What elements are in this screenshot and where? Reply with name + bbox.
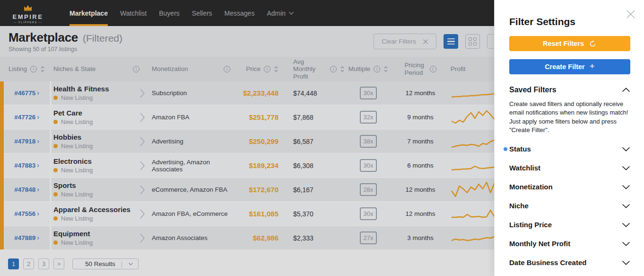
filter-item-watchlist[interactable]: Watchlist xyxy=(509,159,630,178)
saved-filters-section-header[interactable]: Saved Filters xyxy=(509,86,630,94)
filter-item-monthly-net-profit[interactable]: Monthly Net Profit xyxy=(509,234,630,253)
panel-title: Filter Settings xyxy=(509,16,630,27)
active-filter-dot-icon xyxy=(504,147,507,151)
plus-icon: + xyxy=(590,61,595,71)
filter-item-niche[interactable]: Niche xyxy=(509,196,630,215)
app-window: EMPIRE — FLIPPERS — Marketplace Watchlis… xyxy=(0,0,644,276)
chevron-down-icon xyxy=(622,185,630,189)
chevron-down-icon xyxy=(622,166,630,170)
create-filter-button[interactable]: Create Filter + xyxy=(509,59,630,74)
close-icon[interactable] xyxy=(626,9,636,19)
chevron-down-icon xyxy=(622,204,630,208)
chevron-down-icon xyxy=(622,147,630,151)
filter-settings-panel: Filter Settings Reset Filters Create Fil… xyxy=(494,0,644,276)
filter-item-date-business-created[interactable]: Date Business Created xyxy=(509,253,630,272)
reset-filters-button[interactable]: Reset Filters xyxy=(509,36,630,51)
chevron-down-icon xyxy=(622,260,630,265)
filter-accordion: Status Watchlist Monetization Niche List… xyxy=(509,140,630,272)
filter-item-listing-price[interactable]: Listing Price xyxy=(509,215,630,234)
saved-filters-description: Create saved filters and optionally rece… xyxy=(509,100,630,135)
filter-item-status[interactable]: Status xyxy=(509,140,630,159)
chevron-up-icon xyxy=(622,88,630,92)
chevron-down-icon xyxy=(622,223,630,227)
filter-item-monetization[interactable]: Monetization xyxy=(509,178,630,196)
refresh-icon xyxy=(589,40,597,48)
chevron-down-icon xyxy=(622,241,630,246)
